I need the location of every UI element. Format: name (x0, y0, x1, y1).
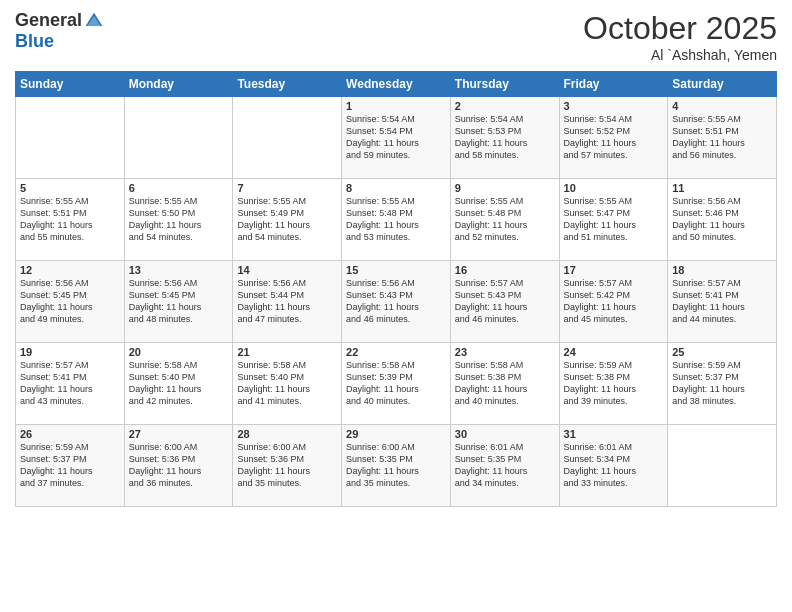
column-header-wednesday: Wednesday (342, 72, 451, 97)
day-info: Sunrise: 6:01 AM Sunset: 5:35 PM Dayligh… (455, 441, 555, 490)
day-info: Sunrise: 5:54 AM Sunset: 5:53 PM Dayligh… (455, 113, 555, 162)
logo-icon (84, 11, 104, 31)
day-number: 18 (672, 264, 772, 276)
calendar-cell: 20Sunrise: 5:58 AM Sunset: 5:40 PM Dayli… (124, 343, 233, 425)
day-number: 9 (455, 182, 555, 194)
day-info: Sunrise: 5:54 AM Sunset: 5:52 PM Dayligh… (564, 113, 664, 162)
day-info: Sunrise: 5:58 AM Sunset: 5:40 PM Dayligh… (129, 359, 229, 408)
calendar-cell: 31Sunrise: 6:01 AM Sunset: 5:34 PM Dayli… (559, 425, 668, 507)
day-info: Sunrise: 6:00 AM Sunset: 5:36 PM Dayligh… (237, 441, 337, 490)
calendar-cell: 5Sunrise: 5:55 AM Sunset: 5:51 PM Daylig… (16, 179, 125, 261)
calendar-cell: 3Sunrise: 5:54 AM Sunset: 5:52 PM Daylig… (559, 97, 668, 179)
column-header-friday: Friday (559, 72, 668, 97)
day-number: 20 (129, 346, 229, 358)
day-number: 4 (672, 100, 772, 112)
day-info: Sunrise: 5:57 AM Sunset: 5:41 PM Dayligh… (20, 359, 120, 408)
day-number: 21 (237, 346, 337, 358)
calendar-cell: 28Sunrise: 6:00 AM Sunset: 5:36 PM Dayli… (233, 425, 342, 507)
week-row-0: 1Sunrise: 5:54 AM Sunset: 5:54 PM Daylig… (16, 97, 777, 179)
day-number: 19 (20, 346, 120, 358)
day-number: 26 (20, 428, 120, 440)
day-info: Sunrise: 5:55 AM Sunset: 5:48 PM Dayligh… (455, 195, 555, 244)
day-number: 8 (346, 182, 446, 194)
calendar-cell: 19Sunrise: 5:57 AM Sunset: 5:41 PM Dayli… (16, 343, 125, 425)
title-section: October 2025 Al `Ashshah, Yemen (583, 10, 777, 63)
calendar-cell: 16Sunrise: 5:57 AM Sunset: 5:43 PM Dayli… (450, 261, 559, 343)
month-title: October 2025 (583, 10, 777, 47)
day-number: 11 (672, 182, 772, 194)
calendar-cell: 11Sunrise: 5:56 AM Sunset: 5:46 PM Dayli… (668, 179, 777, 261)
day-info: Sunrise: 5:55 AM Sunset: 5:51 PM Dayligh… (672, 113, 772, 162)
day-info: Sunrise: 5:54 AM Sunset: 5:54 PM Dayligh… (346, 113, 446, 162)
day-info: Sunrise: 5:55 AM Sunset: 5:49 PM Dayligh… (237, 195, 337, 244)
calendar-cell: 7Sunrise: 5:55 AM Sunset: 5:49 PM Daylig… (233, 179, 342, 261)
day-info: Sunrise: 5:55 AM Sunset: 5:47 PM Dayligh… (564, 195, 664, 244)
day-number: 28 (237, 428, 337, 440)
day-info: Sunrise: 5:58 AM Sunset: 5:39 PM Dayligh… (346, 359, 446, 408)
calendar-cell: 24Sunrise: 5:59 AM Sunset: 5:38 PM Dayli… (559, 343, 668, 425)
calendar-table: SundayMondayTuesdayWednesdayThursdayFrid… (15, 71, 777, 507)
calendar-cell: 21Sunrise: 5:58 AM Sunset: 5:40 PM Dayli… (233, 343, 342, 425)
day-number: 16 (455, 264, 555, 276)
calendar-cell: 18Sunrise: 5:57 AM Sunset: 5:41 PM Dayli… (668, 261, 777, 343)
day-number: 27 (129, 428, 229, 440)
day-info: Sunrise: 5:58 AM Sunset: 5:40 PM Dayligh… (237, 359, 337, 408)
calendar-cell: 23Sunrise: 5:58 AM Sunset: 5:38 PM Dayli… (450, 343, 559, 425)
column-header-thursday: Thursday (450, 72, 559, 97)
week-row-3: 19Sunrise: 5:57 AM Sunset: 5:41 PM Dayli… (16, 343, 777, 425)
day-info: Sunrise: 5:57 AM Sunset: 5:42 PM Dayligh… (564, 277, 664, 326)
day-info: Sunrise: 5:58 AM Sunset: 5:38 PM Dayligh… (455, 359, 555, 408)
day-info: Sunrise: 5:59 AM Sunset: 5:38 PM Dayligh… (564, 359, 664, 408)
logo-blue: Blue (15, 31, 54, 52)
day-info: Sunrise: 5:59 AM Sunset: 5:37 PM Dayligh… (20, 441, 120, 490)
week-row-1: 5Sunrise: 5:55 AM Sunset: 5:51 PM Daylig… (16, 179, 777, 261)
logo-text: General (15, 10, 104, 31)
calendar-cell: 2Sunrise: 5:54 AM Sunset: 5:53 PM Daylig… (450, 97, 559, 179)
calendar-cell: 25Sunrise: 5:59 AM Sunset: 5:37 PM Dayli… (668, 343, 777, 425)
day-number: 25 (672, 346, 772, 358)
calendar-cell (668, 425, 777, 507)
calendar-cell: 15Sunrise: 5:56 AM Sunset: 5:43 PM Dayli… (342, 261, 451, 343)
day-info: Sunrise: 5:56 AM Sunset: 5:46 PM Dayligh… (672, 195, 772, 244)
calendar-cell: 14Sunrise: 5:56 AM Sunset: 5:44 PM Dayli… (233, 261, 342, 343)
day-number: 7 (237, 182, 337, 194)
day-number: 3 (564, 100, 664, 112)
day-info: Sunrise: 5:56 AM Sunset: 5:45 PM Dayligh… (129, 277, 229, 326)
day-info: Sunrise: 5:55 AM Sunset: 5:50 PM Dayligh… (129, 195, 229, 244)
column-header-monday: Monday (124, 72, 233, 97)
day-number: 31 (564, 428, 664, 440)
day-number: 29 (346, 428, 446, 440)
logo: General Blue (15, 10, 104, 52)
calendar-cell (16, 97, 125, 179)
week-row-4: 26Sunrise: 5:59 AM Sunset: 5:37 PM Dayli… (16, 425, 777, 507)
header-row: SundayMondayTuesdayWednesdayThursdayFrid… (16, 72, 777, 97)
location: Al `Ashshah, Yemen (583, 47, 777, 63)
day-number: 24 (564, 346, 664, 358)
calendar-cell: 9Sunrise: 5:55 AM Sunset: 5:48 PM Daylig… (450, 179, 559, 261)
week-row-2: 12Sunrise: 5:56 AM Sunset: 5:45 PM Dayli… (16, 261, 777, 343)
day-number: 23 (455, 346, 555, 358)
calendar-cell: 10Sunrise: 5:55 AM Sunset: 5:47 PM Dayli… (559, 179, 668, 261)
day-info: Sunrise: 5:59 AM Sunset: 5:37 PM Dayligh… (672, 359, 772, 408)
calendar-cell: 6Sunrise: 5:55 AM Sunset: 5:50 PM Daylig… (124, 179, 233, 261)
page-container: General Blue October 2025 Al `Ashshah, Y… (0, 0, 792, 612)
day-number: 13 (129, 264, 229, 276)
day-info: Sunrise: 5:56 AM Sunset: 5:44 PM Dayligh… (237, 277, 337, 326)
calendar-cell: 27Sunrise: 6:00 AM Sunset: 5:36 PM Dayli… (124, 425, 233, 507)
day-info: Sunrise: 5:57 AM Sunset: 5:41 PM Dayligh… (672, 277, 772, 326)
calendar-cell: 26Sunrise: 5:59 AM Sunset: 5:37 PM Dayli… (16, 425, 125, 507)
day-info: Sunrise: 5:56 AM Sunset: 5:43 PM Dayligh… (346, 277, 446, 326)
day-number: 30 (455, 428, 555, 440)
header: General Blue October 2025 Al `Ashshah, Y… (15, 10, 777, 63)
day-number: 6 (129, 182, 229, 194)
day-info: Sunrise: 5:55 AM Sunset: 5:51 PM Dayligh… (20, 195, 120, 244)
calendar-cell: 8Sunrise: 5:55 AM Sunset: 5:48 PM Daylig… (342, 179, 451, 261)
day-number: 14 (237, 264, 337, 276)
day-info: Sunrise: 5:55 AM Sunset: 5:48 PM Dayligh… (346, 195, 446, 244)
calendar-cell: 13Sunrise: 5:56 AM Sunset: 5:45 PM Dayli… (124, 261, 233, 343)
day-number: 22 (346, 346, 446, 358)
calendar-cell (233, 97, 342, 179)
day-number: 1 (346, 100, 446, 112)
day-number: 2 (455, 100, 555, 112)
calendar-cell: 17Sunrise: 5:57 AM Sunset: 5:42 PM Dayli… (559, 261, 668, 343)
